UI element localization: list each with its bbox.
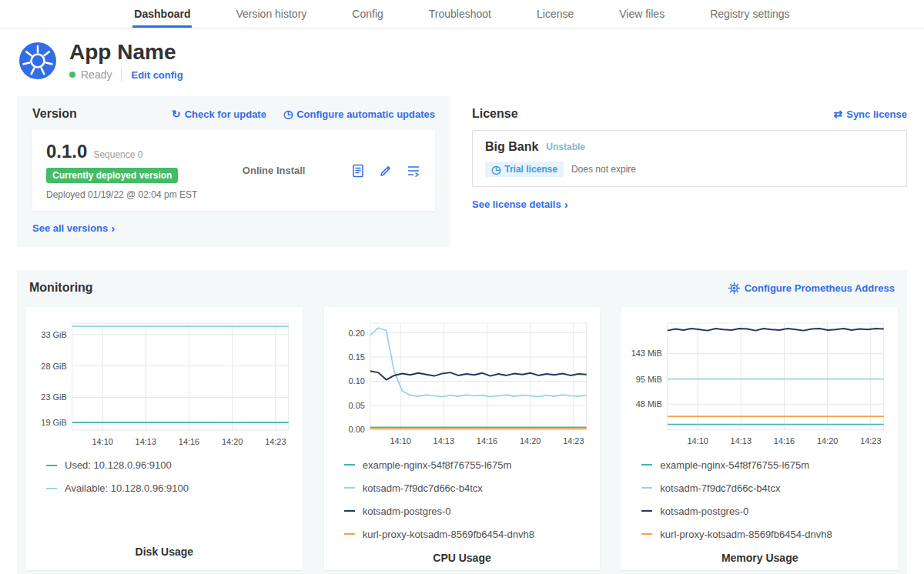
memory-usage-chart-card: 143 MiB95 MiB48 MiB14:1014:1314:1614:201… <box>621 307 898 570</box>
svg-text:95 MiB: 95 MiB <box>636 375 662 384</box>
svg-text:0.20: 0.20 <box>348 329 364 338</box>
sync-license-button[interactable]: ⇄ Sync license <box>833 108 907 120</box>
svg-text:14:13: 14:13 <box>136 437 156 446</box>
legend-swatch <box>344 464 355 466</box>
version-section-title: Version <box>32 107 77 121</box>
tab-registry-settings[interactable]: Registry settings <box>708 0 791 28</box>
monitoring-panel: Monitoring Configure Prometheus Address … <box>17 270 907 574</box>
svg-text:23 GiB: 23 GiB <box>41 393 66 402</box>
legend-swatch <box>344 487 355 489</box>
schedule-icon: ◷ <box>283 108 293 119</box>
check-for-update-label: Check for update <box>185 108 266 120</box>
edit-config-icon[interactable] <box>378 163 393 179</box>
license-customer-name: Big Bank <box>485 140 538 154</box>
license-panel: License ⇄ Sync license Big Bank Unstable… <box>472 96 907 211</box>
deploy-logs-icon[interactable] <box>406 163 421 179</box>
legend-item: kurl-proxy-kotsadm-8569fb6454-dnvh8 <box>641 529 890 540</box>
svg-text:14:16: 14:16 <box>179 437 199 446</box>
configure-prometheus-label: Configure Prometheus Address <box>745 282 895 294</box>
configure-prometheus-button[interactable]: Configure Prometheus Address <box>728 282 895 295</box>
chevron-right-icon: › <box>111 222 115 235</box>
svg-text:14:10: 14:10 <box>688 437 708 446</box>
divider <box>121 68 122 81</box>
trial-license-label: Trial license <box>504 164 557 175</box>
see-all-versions-link[interactable]: See all versions › <box>32 222 115 235</box>
configure-automatic-updates-button[interactable]: ◷ Configure automatic updates <box>283 108 435 120</box>
svg-text:14:20: 14:20 <box>222 437 243 446</box>
legend-item: Available: 10.128.0.96:9100 <box>46 482 295 494</box>
legend-swatch <box>641 533 652 535</box>
svg-text:14:23: 14:23 <box>861 437 882 446</box>
tab-version-history[interactable]: Version history <box>234 0 308 28</box>
deployed-version-badge: Currently deployed version <box>46 168 178 183</box>
check-for-update-button[interactable]: ↻ Check for update <box>172 108 266 120</box>
sync-icon: ⇄ <box>833 108 842 119</box>
ready-status-dot <box>69 72 75 78</box>
disk-usage-legend: Used: 10.128.0.96:9100 Available: 10.128… <box>34 459 295 506</box>
top-nav: Dashboard Version history Config Trouble… <box>0 0 924 28</box>
svg-text:33 GiB: 33 GiB <box>41 330 66 339</box>
legend-swatch <box>641 510 652 512</box>
tab-view-files[interactable]: View files <box>618 0 666 28</box>
legend-label: Used: 10.128.0.96:9100 <box>65 459 172 471</box>
legend-item: kotsadm-postgres-0 <box>641 506 890 517</box>
license-section-title: License <box>472 107 518 121</box>
configure-automatic-updates-label: Configure automatic updates <box>296 108 435 120</box>
monitoring-section-title: Monitoring <box>29 281 93 295</box>
svg-text:14:16: 14:16 <box>774 437 795 446</box>
see-license-details-link[interactable]: See license details › <box>472 198 568 211</box>
svg-text:48 MiB: 48 MiB <box>636 399 662 409</box>
cpu-usage-chart-card: 0.200.150.100.050.0014:1014:1314:1614:20… <box>324 307 601 570</box>
cpu-usage-legend: example-nginx-54f8f76755-l675m kotsadm-7… <box>332 459 593 552</box>
legend-label: kotsadm-postgres-0 <box>660 506 748 517</box>
svg-text:14:23: 14:23 <box>563 437 584 446</box>
clock-icon: ◷ <box>491 164 500 175</box>
gear-icon <box>728 282 741 295</box>
legend-swatch <box>641 464 652 466</box>
edit-config-link[interactable]: Edit config <box>131 69 182 81</box>
svg-text:14:23: 14:23 <box>265 437 286 446</box>
sync-license-label: Sync license <box>846 108 907 120</box>
kubernetes-logo-icon <box>18 42 57 80</box>
svg-text:14:10: 14:10 <box>390 437 410 446</box>
legend-swatch <box>344 510 355 512</box>
chart-title: CPU Usage <box>332 552 593 564</box>
legend-item: kotsadm-7f9dc7d66c-b4tcx <box>344 482 593 494</box>
release-notes-icon[interactable] <box>350 163 366 179</box>
version-details: 0.1.0 Sequence 0 Currently deployed vers… <box>46 141 197 200</box>
legend-label: kotsadm-postgres-0 <box>363 506 451 517</box>
svg-text:0.10: 0.10 <box>348 377 364 386</box>
version-number: 0.1.0 <box>46 141 87 162</box>
svg-text:0.15: 0.15 <box>348 352 364 362</box>
svg-text:28 GiB: 28 GiB <box>41 362 66 371</box>
disk-usage-chart: 33 GiB28 GiB23 GiB19 GiB14:1014:1314:161… <box>34 318 295 450</box>
tab-config[interactable]: Config <box>350 0 384 28</box>
charts-row: 33 GiB28 GiB23 GiB19 GiB14:1014:1314:161… <box>26 307 898 570</box>
tab-troubleshoot[interactable]: Troubleshoot <box>427 0 493 28</box>
svg-text:14:20: 14:20 <box>520 437 541 446</box>
legend-label: kotsadm-7f9dc7d66c-b4tcx <box>363 482 483 494</box>
legend-label: example-nginx-54f8f76755-l675m <box>363 459 512 471</box>
legend-swatch <box>46 465 57 466</box>
tab-dashboard[interactable]: Dashboard <box>132 0 192 28</box>
disk-usage-chart-card: 33 GiB28 GiB23 GiB19 GiB14:1014:1314:161… <box>26 307 303 570</box>
svg-text:19 GiB: 19 GiB <box>41 418 66 427</box>
deployed-timestamp: Deployed 01/19/22 @ 02:04 pm EST <box>46 189 197 200</box>
svg-text:143 MiB: 143 MiB <box>631 349 662 359</box>
chart-title: Memory Usage <box>629 552 890 564</box>
refresh-icon: ↻ <box>172 108 181 119</box>
install-type-label: Online Install <box>243 165 306 176</box>
cpu-usage-chart: 0.200.150.100.050.0014:1014:1314:1614:20… <box>332 318 593 449</box>
svg-text:0.00: 0.00 <box>348 425 364 435</box>
memory-usage-legend: example-nginx-54f8f76755-l675m kotsadm-7… <box>629 459 890 552</box>
legend-label: example-nginx-54f8f76755-l675m <box>660 459 809 471</box>
memory-usage-chart: 143 MiB95 MiB48 MiB14:1014:1314:1614:201… <box>629 318 890 449</box>
version-sequence: Sequence 0 <box>93 149 142 160</box>
legend-item: kurl-proxy-kotsadm-8569fb6454-dnvh8 <box>344 529 593 540</box>
see-all-versions-label: See all versions <box>32 222 108 234</box>
cards-row: Version ↻ Check for update ◷ Configure a… <box>0 84 924 247</box>
legend-item: kotsadm-postgres-0 <box>344 506 593 517</box>
trial-license-badge: ◷ Trial license <box>485 162 564 177</box>
svg-text:14:13: 14:13 <box>433 437 454 446</box>
tab-license[interactable]: License <box>535 0 575 28</box>
